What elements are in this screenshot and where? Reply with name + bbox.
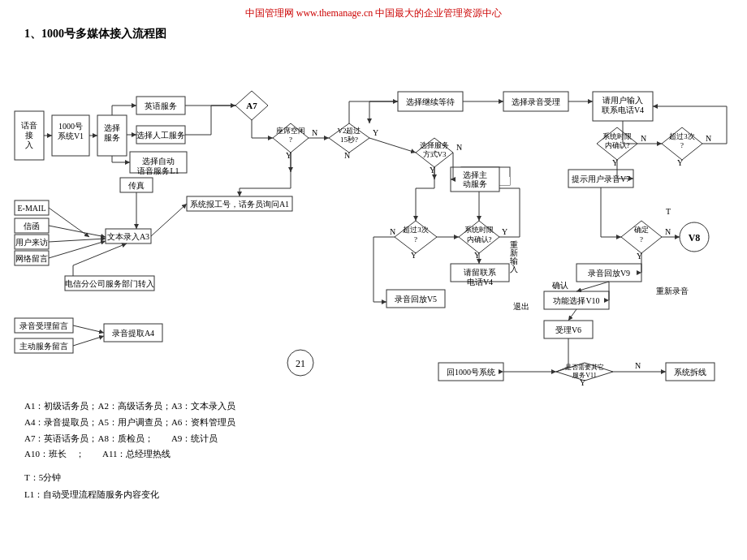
svg-text:N: N (390, 227, 395, 236)
footer-line-2: L1：自动受理流程随服务内容变化 (24, 486, 723, 503)
svg-text:选择服务: 选择服务 (420, 141, 449, 149)
svg-text:信函: 信函 (24, 222, 40, 230)
svg-text:N: N (706, 134, 711, 143)
svg-text:请用户输入: 请用户输入 (602, 96, 643, 105)
svg-text:选择录音受理: 选择录音受理 (512, 97, 560, 106)
svg-text:内确认?: 内确认? (467, 235, 492, 243)
svg-text:系统V1: 系统V1 (58, 131, 84, 140)
svg-text:主动服务留言: 主动服务留言 (19, 342, 68, 351)
svg-text:21: 21 (296, 358, 305, 369)
svg-text:录音受理留言: 录音受理留言 (19, 321, 68, 330)
svg-text:?: ? (680, 141, 684, 149)
svg-text:?: ? (289, 136, 292, 144)
svg-text:电话V4: 电话V4 (467, 278, 493, 286)
svg-text:N: N (665, 227, 671, 236)
svg-text:系统拆线: 系统拆线 (674, 368, 706, 377)
footer-line-1: T：5分钟 (24, 469, 723, 486)
svg-text:超过3次: 超过3次 (669, 132, 695, 140)
svg-text:系统时限: 系统时限 (464, 226, 494, 234)
svg-text:录音提取A4: 录音提取A4 (112, 329, 154, 338)
svg-line-106 (576, 282, 609, 291)
svg-text:V2超过: V2超过 (338, 127, 361, 135)
annotation-line-2: A4：录音提取员；A5：用户调查员；A6：资料管理员 (24, 415, 723, 431)
svg-text:入: 入 (510, 265, 518, 274)
svg-text:E-MAIL: E-MAIL (18, 204, 46, 213)
svg-text:话音: 话音 (21, 121, 37, 130)
svg-text:N: N (456, 143, 462, 152)
svg-text:接: 接 (25, 131, 33, 140)
svg-text:回1000号系统: 回1000号系统 (447, 368, 495, 377)
svg-text:15秒?: 15秒? (340, 136, 358, 144)
svg-text:?: ? (640, 235, 643, 243)
annotations-section: A1：初级话务员；A2：高级话务员；A3：文本录入员 A4：录音提取员；A5：用… (0, 395, 747, 466)
svg-text:服务: 服务 (104, 133, 120, 142)
svg-text:内确认?: 内确认? (605, 141, 630, 149)
svg-text:T: T (666, 207, 671, 216)
diagram-area: 话音 接 入 1000号 系统V1 选择 服务 英语服务 选择人工服务 选择自动… (0, 46, 747, 395)
svg-text:座席空闲: 座席空闲 (276, 127, 305, 135)
svg-line-150 (49, 239, 106, 242)
svg-text:超过3次: 超过3次 (403, 226, 429, 234)
svg-text:选择人工服务: 选择人工服务 (136, 131, 185, 140)
svg-text:选择主: 选择主 (463, 170, 487, 179)
svg-text:确认: 确认 (551, 281, 568, 290)
svg-text:退出: 退出 (513, 302, 529, 311)
svg-text:用户来访: 用户来访 (15, 238, 48, 247)
svg-text:?: ? (414, 235, 417, 243)
svg-text:Y: Y (373, 128, 378, 137)
svg-text:N: N (635, 361, 641, 370)
svg-line-58 (369, 138, 416, 153)
svg-text:电信分公司服务部门转入: 电信分公司服务部门转入 (65, 279, 154, 288)
header: 中国管理网 www.themanage.cn 中国最大的企业管理资源中心 (0, 0, 747, 24)
svg-text:N: N (312, 128, 317, 137)
svg-text:N: N (344, 151, 350, 160)
svg-line-112 (568, 309, 576, 321)
svg-text:文本录入A3: 文本录入A3 (107, 232, 149, 241)
svg-text:Y: Y (502, 227, 507, 236)
svg-text:联系电话V4: 联系电话V4 (602, 106, 644, 114)
svg-text:N: N (641, 134, 646, 143)
annotation-line-1: A1：初级话务员；A2：高级话务员；A3：文本录入员 (24, 398, 723, 415)
page-title: 1、1000号多媒体接入流程图 (24, 27, 747, 41)
svg-text:重新录音: 重新录音 (656, 286, 689, 295)
page-container: 中国管理网 www.themanage.cn 中国最大的企业管理资源中心 1、1… (0, 0, 747, 560)
svg-text:请留联系: 请留联系 (464, 268, 496, 277)
svg-text:1000号: 1000号 (58, 122, 83, 131)
svg-line-160 (151, 204, 187, 236)
svg-text:受理V6: 受理V6 (555, 325, 581, 334)
svg-text:系统时限: 系统时限 (602, 132, 632, 140)
svg-text:动服务: 动服务 (463, 179, 487, 188)
annotation-line-4: A10：班长 ； A11：总经理热线 (24, 446, 723, 463)
svg-text:录音回放V9: 录音回放V9 (588, 269, 630, 278)
svg-line-162 (73, 336, 104, 346)
svg-text:是否需要其它: 是否需要其它 (565, 364, 604, 371)
svg-text:语音服务L1: 语音服务L1 (137, 166, 179, 175)
svg-text:英语服务: 英语服务 (145, 101, 177, 110)
svg-text:确定: 确定 (633, 226, 649, 234)
svg-text:A7: A7 (246, 101, 257, 110)
svg-text:选择: 选择 (104, 123, 120, 132)
svg-text:Y: Y (411, 251, 417, 260)
svg-line-161 (73, 325, 104, 333)
svg-text:选择继续等待: 选择继续等待 (406, 97, 455, 106)
svg-text:Y: Y (677, 158, 683, 167)
svg-line-149 (49, 226, 106, 237)
footer-notes: T：5分钟 L1：自动受理流程随服务内容变化 (0, 466, 747, 506)
svg-text:方式V3: 方式V3 (423, 150, 447, 158)
svg-text:传真: 传真 (128, 181, 145, 190)
svg-text:系统报工号，话务员询问A1: 系统报工号，话务员询问A1 (190, 200, 289, 209)
svg-text:录音回放V5: 录音回放V5 (395, 295, 437, 304)
svg-text:选择自动: 选择自动 (142, 157, 175, 166)
flowchart-svg: 话音 接 入 1000号 系统V1 选择 服务 英语服务 选择人工服务 选择自动… (0, 46, 747, 395)
svg-text:网络留言: 网络留言 (15, 254, 48, 263)
svg-text:入: 入 (25, 140, 33, 149)
svg-line-154 (73, 243, 127, 265)
svg-text:V8: V8 (689, 232, 701, 243)
svg-text:Y: Y (580, 378, 585, 387)
svg-text:功能选择V10: 功能选择V10 (553, 296, 599, 305)
annotation-line-3: A7：英语话务员；A8：质检员； A9：统计员 (24, 431, 723, 447)
